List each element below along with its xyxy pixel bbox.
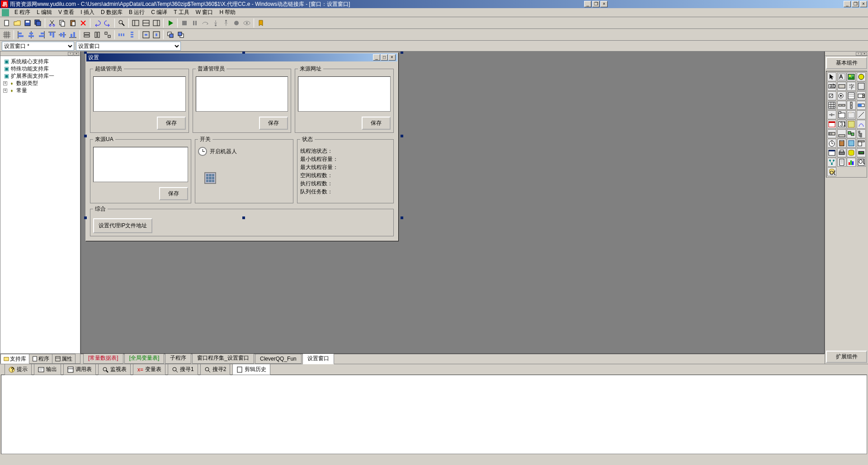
comp-calendar-icon[interactable] (827, 120, 836, 129)
source-ua-textarea[interactable] (93, 147, 188, 182)
comp-draw-icon[interactable] (857, 120, 866, 129)
basic-components-button[interactable]: 基本组件 (826, 57, 867, 69)
tb-new[interactable] (2, 18, 12, 28)
menu-tools[interactable]: T 工具 (171, 8, 192, 17)
comp-menu-icon[interactable] (857, 139, 866, 148)
tab-window-set[interactable]: 窗口程序集_设置窗口 (192, 352, 254, 364)
comp-hscroll-icon[interactable] (837, 101, 846, 110)
tb-copy[interactable] (57, 18, 67, 28)
tab-globals[interactable]: [全局变量表] (124, 352, 165, 364)
comp-database-icon[interactable] (847, 148, 856, 157)
tb-run[interactable] (165, 18, 175, 28)
left-tab-program[interactable]: 程序 (29, 354, 52, 363)
save-button-2[interactable]: 保存 (259, 117, 288, 130)
comp-vscroll-icon[interactable] (847, 101, 856, 110)
expand-icon[interactable]: + (3, 81, 7, 85)
normal-admin-textarea[interactable] (196, 76, 288, 112)
left-tab-properties[interactable]: 属性 (52, 354, 75, 363)
tb2-align-center-h[interactable] (26, 30, 36, 40)
bottom-tab-calltable[interactable]: 调用表 (63, 364, 96, 375)
tb-paste[interactable] (68, 18, 78, 28)
tb2-align-top[interactable] (47, 30, 57, 40)
menu-compile[interactable]: C 编译 (148, 8, 170, 17)
comp-tabctrl-icon[interactable] (837, 110, 846, 119)
output-panel[interactable] (1, 375, 867, 454)
right-panel-undock-icon[interactable]: ▫ (856, 52, 861, 56)
tb2-align-middle[interactable] (57, 30, 67, 40)
comp-radio-icon[interactable] (837, 91, 846, 100)
tb2-align-left[interactable] (16, 30, 26, 40)
comp-imagelist-icon[interactable] (847, 129, 856, 138)
tb-find[interactable] (117, 18, 127, 28)
library-tree[interactable]: 系统核心支持库 特殊功能支持库 扩展界面支持库一 +数据类型 +常量 (0, 56, 80, 353)
save-button-1[interactable]: 保存 (157, 117, 186, 130)
tree-node[interactable]: 常量 (16, 87, 27, 94)
tb2-to-front[interactable] (165, 30, 175, 40)
bottom-tab-clip-history[interactable]: 剪辑历史 (232, 364, 270, 375)
bottom-tab-watch[interactable]: 监视表 (98, 364, 131, 375)
menu-help[interactable]: H 帮助 (217, 8, 238, 17)
mdi-minimize-button[interactable]: _ (584, 1, 591, 7)
tb-watch[interactable] (242, 18, 252, 28)
combo-right[interactable]: 设置窗口 (76, 42, 181, 51)
menu-view[interactable]: V 查看 (56, 8, 77, 17)
left-panel-undock-icon[interactable]: ▫ (68, 52, 73, 56)
tb-pause[interactable] (190, 18, 200, 28)
comp-resource-icon[interactable] (847, 139, 856, 148)
tb2-to-back[interactable] (176, 30, 186, 40)
tree-node[interactable]: 数据类型 (16, 80, 38, 87)
comp-picture-icon[interactable] (847, 72, 856, 81)
bottom-tab-hint[interactable]: ?提示 (5, 364, 32, 375)
design-form[interactable]: 设置 _ □ × 超级管理员 保存 (85, 52, 398, 241)
menu-program[interactable]: E 程序 (12, 8, 33, 17)
comp-toolbar-icon[interactable] (827, 129, 836, 138)
minimize-button[interactable]: _ (844, 1, 851, 7)
expand-icon[interactable]: + (3, 89, 7, 93)
comp-shape-icon[interactable] (857, 72, 866, 81)
tb2-same-height[interactable] (92, 30, 102, 40)
super-admin-textarea[interactable] (93, 76, 186, 112)
comp-ole-icon[interactable]: OLE (857, 158, 866, 167)
comp-progress-icon[interactable] (857, 101, 866, 110)
menu-insert[interactable]: I 插入 (78, 8, 97, 17)
comp-clipboard-icon[interactable] (837, 139, 846, 148)
comp-report-icon[interactable] (837, 158, 846, 167)
form-close-button[interactable]: × (388, 54, 396, 61)
tb2-space-v[interactable] (127, 30, 137, 40)
comp-timer-icon[interactable] (827, 139, 836, 148)
menu-run[interactable]: B 运行 (126, 8, 147, 17)
comp-pointer-icon[interactable] (827, 72, 836, 81)
left-panel-close-icon[interactable]: × (74, 52, 79, 56)
comp-treeview-icon[interactable] (857, 129, 866, 138)
tb2-center-win-v[interactable] (151, 30, 161, 40)
comp-label-icon[interactable]: A (837, 72, 846, 81)
comp-grid-icon[interactable] (827, 101, 836, 110)
tb2-align-right[interactable] (37, 30, 47, 40)
extended-components-button[interactable]: 扩展组件 (826, 351, 867, 363)
tb-bookmark[interactable] (256, 18, 266, 28)
menu-database[interactable]: D 数据库 (98, 8, 125, 17)
tab-const-table[interactable]: [常量数据表] (83, 352, 123, 364)
comp-panel-icon[interactable] (857, 82, 866, 91)
comp-chart-icon[interactable] (847, 158, 856, 167)
comp-line-icon[interactable] (857, 110, 866, 119)
tb2-align-bottom[interactable] (68, 30, 78, 40)
tb-cut[interactable] (47, 18, 57, 28)
tb2-same-size[interactable] (103, 30, 113, 40)
tb2-space-h[interactable] (117, 30, 127, 40)
comp-text-icon[interactable]: 字 (847, 82, 856, 91)
save-button-4[interactable]: 保存 (159, 187, 188, 200)
comp-odbc-icon[interactable]: ODBC (827, 167, 836, 176)
tree-node[interactable]: 扩展界面支持库一 (11, 72, 54, 80)
tb-layout3[interactable] (151, 18, 161, 28)
comp-common-dlg-icon[interactable] (827, 148, 836, 157)
tb-stop[interactable] (179, 18, 189, 28)
comp-datepick-icon[interactable]: 31 (837, 120, 846, 129)
comp-tree2-icon[interactable] (827, 158, 836, 167)
comp-comm-icon[interactable] (857, 148, 866, 157)
tb2-center-win-h[interactable] (141, 30, 151, 40)
comp-slider-icon[interactable] (827, 110, 836, 119)
tree-node[interactable]: 特殊功能支持库 (11, 65, 49, 73)
tb-stepin[interactable] (211, 18, 221, 28)
close-button[interactable]: × (860, 1, 867, 7)
